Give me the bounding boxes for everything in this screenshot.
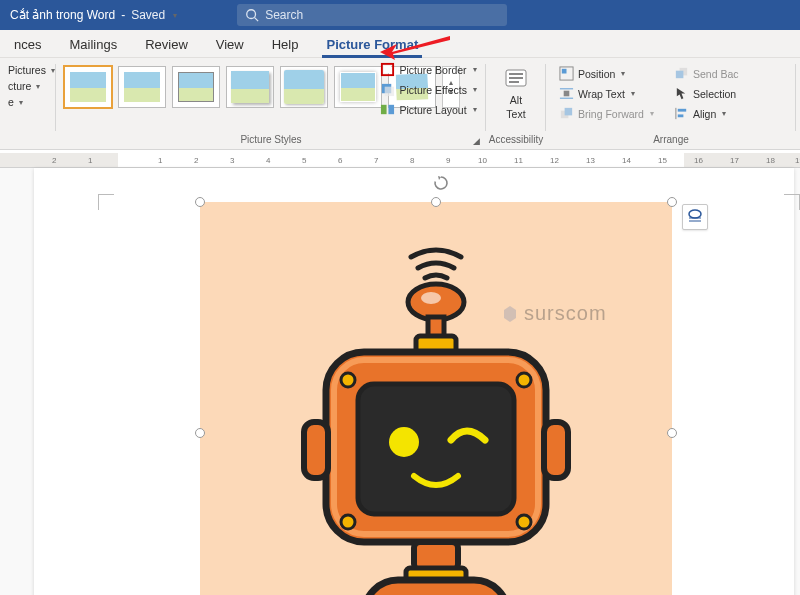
alt-text-button[interactable]: Alt Text	[499, 62, 533, 124]
tab-review[interactable]: Review	[131, 32, 202, 57]
style-thumb-3[interactable]	[172, 66, 220, 108]
svg-point-32	[341, 373, 355, 387]
group-label-accessibility: Accessibility	[489, 134, 543, 147]
style-thumb-4[interactable]	[226, 66, 274, 108]
compress-button[interactable]: e▾	[6, 94, 50, 110]
margin-marker-tr	[784, 194, 800, 210]
tab-help[interactable]: Help	[258, 32, 313, 57]
style-thumb-2[interactable]	[118, 66, 166, 108]
svg-rect-23	[678, 114, 684, 117]
svg-point-35	[517, 515, 531, 529]
selection-handle-e[interactable]	[667, 428, 677, 438]
align-icon	[674, 106, 689, 121]
group-picture-styles: ▴▾ Picture Border▾ Picture Effects▾ Pict…	[56, 58, 486, 149]
svg-rect-38	[304, 422, 328, 478]
forward-icon	[559, 106, 574, 121]
svg-point-27	[421, 292, 441, 304]
picture-effects-button[interactable]: Picture Effects▾	[377, 80, 480, 99]
svg-point-34	[341, 515, 355, 529]
group-arrange: Position▾ Wrap Text▾ Bring Forward▾ Send…	[546, 58, 796, 149]
tab-references[interactable]: nces	[0, 32, 55, 57]
svg-rect-13	[562, 69, 567, 74]
robot-illustration	[256, 232, 616, 595]
svg-line-1	[255, 18, 259, 22]
alt-text-icon	[503, 66, 529, 92]
layout-options-icon	[687, 209, 703, 225]
group-adjust: Pictures▾ cture▾ e▾	[0, 58, 56, 149]
save-status: Saved	[131, 8, 165, 22]
svg-rect-39	[544, 422, 568, 478]
document-canvas[interactable]: surscom	[0, 168, 800, 595]
svg-rect-3	[384, 66, 392, 74]
picture-layout-button[interactable]: Picture Layout▾	[377, 100, 480, 119]
reset-picture-button[interactable]: cture▾	[6, 78, 50, 94]
svg-rect-42	[364, 580, 508, 595]
picture-border-button[interactable]: Picture Border▾	[377, 60, 480, 79]
margin-marker-tl	[98, 194, 114, 210]
bring-forward-button[interactable]: Bring Forward▾	[556, 104, 657, 123]
svg-rect-22	[678, 109, 686, 112]
backward-icon	[674, 66, 689, 81]
doc-name: Cắt ảnh trong Word	[10, 8, 115, 22]
tab-view[interactable]: View	[202, 32, 258, 57]
rotate-icon	[432, 174, 450, 192]
tab-mailings[interactable]: Mailings	[55, 32, 131, 57]
layout-options-button[interactable]	[682, 204, 708, 230]
document-title: Cắt ảnh trong Word - Saved ▾	[0, 8, 187, 22]
group-accessibility: Alt Text Accessibility	[486, 58, 546, 149]
border-icon	[380, 62, 395, 77]
svg-rect-18	[565, 108, 573, 116]
ribbon-toolbar: Pictures▾ cture▾ e▾ ▴▾ Picture Border▾ P…	[0, 58, 800, 150]
svg-rect-20	[676, 71, 684, 79]
svg-point-37	[389, 427, 419, 457]
search-placeholder: Search	[265, 8, 303, 22]
title-bar: Cắt ảnh trong Word - Saved ▾ Search	[0, 0, 800, 30]
svg-rect-14	[564, 91, 570, 97]
align-button[interactable]: Align▾	[671, 104, 742, 123]
change-picture-button[interactable]: Pictures▾	[6, 62, 50, 78]
inserted-picture[interactable]: surscom	[200, 202, 672, 595]
position-button[interactable]: Position▾	[556, 64, 657, 83]
svg-rect-9	[509, 73, 523, 75]
group-label-arrange: Arrange	[552, 134, 790, 147]
position-icon	[559, 66, 574, 81]
selection-pane-button[interactable]: Selection	[671, 84, 742, 103]
svg-rect-6	[381, 105, 387, 114]
svg-rect-7	[389, 105, 395, 114]
svg-point-0	[247, 10, 256, 19]
style-options: Picture Border▾ Picture Effects▾ Picture…	[377, 60, 480, 119]
styles-dialog-launcher[interactable]: ◢	[470, 135, 482, 147]
layout-icon	[380, 102, 395, 117]
selection-handle-ne[interactable]	[667, 197, 677, 207]
svg-rect-10	[509, 77, 523, 79]
selection-handle-w[interactable]	[195, 428, 205, 438]
style-thumb-5[interactable]	[280, 66, 328, 108]
selection-icon	[674, 86, 689, 101]
group-label-styles: Picture Styles	[62, 134, 480, 147]
page: surscom	[34, 168, 794, 595]
style-thumb-1[interactable]	[64, 66, 112, 108]
svg-rect-11	[509, 81, 519, 83]
svg-point-33	[517, 373, 531, 387]
search-icon	[245, 8, 259, 22]
svg-rect-5	[385, 87, 394, 96]
search-box[interactable]: Search	[237, 4, 507, 26]
selection-handle-n[interactable]	[431, 197, 441, 207]
save-status-chevron-icon[interactable]: ▾	[173, 11, 177, 20]
title-separator: -	[121, 8, 125, 22]
send-backward-button[interactable]: Send Bac	[671, 64, 742, 83]
horizontal-ruler[interactable]: 2 1 1 2 3 4 5 6 7 8 9 10 11 12 13 14 15 …	[0, 150, 800, 168]
svg-rect-36	[358, 384, 514, 514]
rotate-handle[interactable]	[432, 174, 450, 192]
wrap-text-button[interactable]: Wrap Text▾	[556, 84, 657, 103]
selection-handle-nw[interactable]	[195, 197, 205, 207]
effects-icon	[380, 82, 395, 97]
wrap-icon	[559, 86, 574, 101]
pointer-arrow-icon	[380, 32, 452, 60]
style-thumb-6[interactable]	[334, 66, 382, 108]
ribbon-tabs: nces Mailings Review View Help Picture F…	[0, 30, 800, 58]
